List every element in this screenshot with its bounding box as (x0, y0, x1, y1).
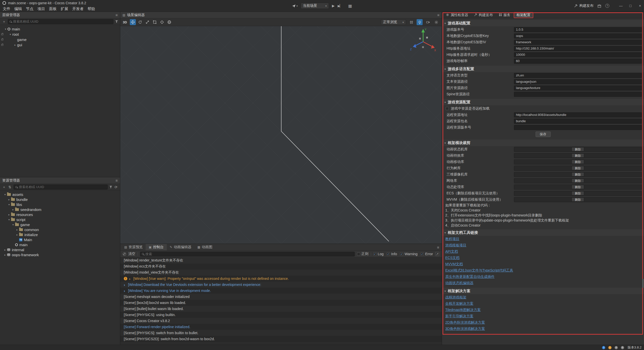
collapse-arrow[interactable]: ▾ (445, 22, 446, 25)
asset-node[interactable]: ▾ libs (0, 202, 120, 207)
expand-arrow[interactable]: ▸ (15, 228, 19, 231)
section-header[interactable]: ▾ 游戏基础配置 (442, 20, 644, 26)
delete-button[interactable]: 删除 (572, 172, 584, 177)
doc-link[interactable]: ECS文档 (445, 256, 460, 260)
console-tab[interactable]: ▦ 动画图 (194, 244, 215, 250)
property-input[interactable] (514, 125, 642, 130)
asset-node[interactable]: main (0, 242, 120, 247)
checkbox-icon[interactable]: ✓ (373, 252, 377, 256)
axis-gizmo[interactable]: Y X Z (408, 27, 438, 57)
status-badge-error[interactable]: 0 (615, 346, 618, 349)
expand-arrow[interactable]: ▾ (7, 203, 11, 206)
expand-arrow[interactable]: ▾ (3, 193, 7, 196)
section-header[interactable]: ▾ 游戏多语言配置 (442, 66, 644, 72)
anchor-tool[interactable] (159, 19, 165, 25)
expand-arrow[interactable]: ▸ (11, 208, 15, 211)
menu-item[interactable]: 扩展 (59, 6, 69, 11)
gear-icon[interactable] (433, 19, 439, 25)
property-input[interactable] (514, 40, 642, 45)
filter-icon[interactable] (115, 20, 118, 23)
status-badge-notification[interactable]: 0 (621, 346, 624, 349)
panel-menu-icon[interactable]: ≡ (115, 13, 118, 17)
console-log-row[interactable]: [Scene] [bullet]:bullet wasm lib loaded. (120, 306, 442, 312)
hierarchy-node[interactable]: ▾ root (0, 32, 120, 37)
save-button[interactable]: 保存 (536, 132, 551, 137)
scale-tool[interactable] (144, 19, 150, 25)
doc-link[interactable]: 教程项目 (445, 237, 459, 241)
asset-node[interactable]: ▸ initialize (0, 232, 120, 237)
expand-arrow[interactable]: ▸ (3, 248, 7, 251)
filter-toggle[interactable]: ✓ Warning (400, 252, 418, 256)
panel-menu-icon[interactable]: ≡ (115, 178, 118, 183)
console-tab[interactable]: ✎ 动画编辑器 (167, 244, 194, 250)
asset-node[interactable]: ▸ resources (0, 212, 120, 217)
solution-link[interactable]: 全栈开发解决方案 (445, 301, 473, 306)
console-log-row[interactable]: [Scene] Cocos Creator v3.8.2 (120, 318, 442, 324)
collapse-arrow[interactable]: ▾ (445, 68, 446, 70)
delete-button[interactable]: 删除 (572, 153, 584, 158)
panel-menu-icon[interactable]: ≡ (437, 13, 439, 17)
collapse-arrow[interactable]: ▾ (445, 142, 446, 144)
expand-arrow[interactable]: ▸ (7, 198, 11, 201)
assets-panel-header[interactable]: 资源管理器 ≡ (0, 177, 120, 184)
rect-tool[interactable] (152, 19, 158, 25)
scene-panel-header[interactable]: ▤ 场景编辑器 ≡ (120, 12, 442, 18)
console-log-row[interactable]: › [Window] You are running Vue in develo… (120, 288, 442, 294)
delete-button[interactable]: 删除 (572, 147, 584, 151)
step-button[interactable]: ▶▏ (338, 4, 342, 8)
package-icon[interactable] (597, 4, 601, 8)
move-tool[interactable] (130, 19, 136, 25)
collapse-arrow[interactable]: ▾ (445, 231, 446, 234)
scene-select-dropdown[interactable]: 当前场景 ▾ (301, 3, 329, 9)
console-search[interactable] (140, 252, 355, 256)
section-header[interactable]: ▾ 游戏资源配置 (442, 99, 644, 105)
console-log-row[interactable]: [Scene] [PHYSICS2D]: switch from box2d-w… (120, 336, 442, 342)
expand-arrow[interactable]: ▸ (3, 253, 7, 256)
expand-arrow[interactable]: ▾ (8, 33, 12, 36)
light-icon[interactable] (417, 19, 423, 25)
console-search-input[interactable] (145, 252, 353, 256)
console-tab[interactable]: ▤ 资源预览 (121, 244, 146, 250)
remote-load-checkbox[interactable] (446, 107, 449, 110)
maximize-button[interactable]: □ (628, 4, 632, 8)
doc-link[interactable]: MVVM文档 (445, 262, 463, 267)
console-log-row[interactable]: › [Window] Download the Vue Devtools ext… (120, 282, 442, 288)
expand-arrow[interactable]: ▸ (13, 43, 17, 46)
console-log-row[interactable]: [Window] render_texture文件夹不存在 (120, 257, 442, 264)
regex-toggle[interactable]: 正则 (357, 252, 369, 256)
doc-link[interactable]: 原生包热更新配置自动生成插件 (445, 275, 495, 279)
create-asset-button[interactable]: + (2, 185, 6, 189)
expand-arrow[interactable]: ▸ (15, 233, 19, 236)
doc-link[interactable]: Excel格式转Json文件与TypeScript代码工具 (445, 268, 513, 273)
hierarchy-search[interactable] (8, 19, 113, 24)
clear-console-icon[interactable] (123, 252, 126, 256)
doc-link[interactable]: 游戏模板项目 (445, 243, 466, 248)
console-log-row[interactable]: [Scene] [PHYSICS]: switch from builtin t… (120, 330, 442, 336)
asset-node[interactable]: ▾ script (0, 217, 120, 222)
lock-icon[interactable] (1, 44, 3, 46)
console-log-row[interactable]: [Scene] [box2d]:box2d wasm lib loaded. (120, 300, 442, 306)
menu-item[interactable]: 文件 (2, 6, 12, 11)
delete-button[interactable]: 删除 (572, 179, 584, 183)
console-tab[interactable]: ▣ 控制台 (146, 244, 167, 250)
delete-button[interactable]: 删除 (572, 191, 584, 195)
filter-icon[interactable] (109, 186, 112, 188)
panel-menu-icon[interactable]: ≡ (437, 244, 441, 250)
expand-arrow[interactable]: ▾ (7, 218, 11, 221)
help-icon[interactable]: ? (605, 4, 609, 8)
open-log-icon[interactable]: ↗ (435, 252, 439, 256)
doc-link[interactable]: API文档 (445, 249, 458, 254)
close-button[interactable]: × (638, 4, 642, 8)
expand-arrow[interactable]: › (124, 289, 126, 293)
filter-toggle[interactable]: ✓ Error (421, 252, 433, 256)
solution-link[interactable]: 新手引导解决方案 (445, 314, 473, 319)
property-input[interactable] (514, 33, 642, 38)
layout-grid-button[interactable]: ▦ (348, 4, 352, 8)
camera-icon[interactable] (425, 19, 431, 25)
asset-node[interactable]: ▸ bundle (0, 197, 120, 202)
status-badge-info[interactable]: 3 (602, 346, 605, 349)
asset-node[interactable]: ▾ assets (0, 192, 120, 197)
hierarchy-panel-header[interactable]: 层级管理器 ≡ (0, 12, 120, 18)
expand-arrow[interactable]: › (124, 283, 126, 287)
asset-node[interactable]: ▸ internal (0, 247, 120, 252)
